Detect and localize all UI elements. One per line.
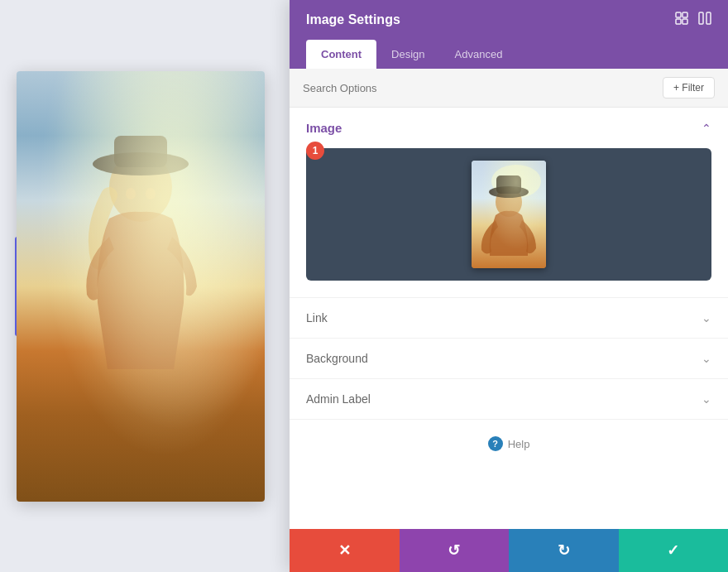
- undo-button[interactable]: ↺: [400, 529, 510, 572]
- section-image-title: Image: [306, 121, 342, 135]
- section-background: Background ⌄: [290, 339, 728, 379]
- thumbnail-svg: [472, 161, 546, 268]
- svg-point-12: [491, 165, 541, 198]
- panel-header: Image Settings: [290, 0, 728, 40]
- chevron-down-background-icon: ⌄: [702, 352, 711, 365]
- svg-point-13: [496, 187, 522, 217]
- image-thumbnail: [472, 161, 546, 268]
- image-section-content: 1: [290, 148, 728, 297]
- svg-rect-5: [676, 12, 681, 17]
- page-wrapper: Image Settings: [0, 0, 728, 572]
- section-link: Link ⌄: [290, 298, 728, 339]
- section-background-title: Background: [306, 352, 368, 365]
- redo-button[interactable]: ↻: [509, 529, 619, 572]
- cancel-button[interactable]: ✕: [290, 529, 400, 572]
- svg-point-3: [126, 188, 136, 199]
- section-link-header[interactable]: Link ⌄: [290, 298, 728, 338]
- svg-rect-15: [496, 175, 521, 194]
- help-icon[interactable]: ?: [488, 436, 503, 451]
- section-image: Image ⌃ 1: [290, 108, 728, 298]
- section-background-header[interactable]: Background ⌄: [290, 339, 728, 378]
- preview-area: [0, 0, 281, 572]
- svg-rect-6: [682, 12, 687, 17]
- help-label[interactable]: Help: [508, 438, 530, 450]
- tab-design[interactable]: Design: [376, 40, 439, 69]
- section-admin-label: Admin Label ⌄: [290, 379, 728, 420]
- panel-title: Image Settings: [306, 12, 400, 27]
- svg-point-0: [109, 152, 172, 222]
- svg-rect-8: [682, 19, 687, 24]
- svg-point-1: [93, 152, 189, 175]
- svg-rect-9: [699, 12, 703, 24]
- section-admin-label-header[interactable]: Admin Label ⌄: [290, 379, 728, 419]
- tabs-bar: Content Design Advanced: [290, 40, 728, 69]
- image-upload-area[interactable]: [306, 148, 711, 281]
- header-icons: [675, 12, 711, 28]
- search-input[interactable]: [303, 82, 656, 94]
- preview-image: [17, 71, 265, 502]
- svg-rect-11: [472, 161, 546, 268]
- step-badge: 1: [306, 142, 324, 160]
- expand-icon[interactable]: [675, 12, 688, 28]
- filter-button[interactable]: + Filter: [663, 77, 715, 99]
- chevron-down-admin-icon: ⌄: [702, 392, 711, 406]
- preview-image-container: [17, 71, 265, 502]
- search-bar: + Filter: [290, 69, 728, 108]
- section-link-title: Link: [306, 311, 328, 324]
- svg-rect-10: [706, 12, 711, 24]
- tab-advanced[interactable]: Advanced: [440, 40, 518, 69]
- section-admin-label-title: Admin Label: [306, 392, 371, 406]
- person-silhouette-svg: [66, 121, 215, 435]
- chevron-up-icon: ⌃: [702, 122, 711, 135]
- columns-icon[interactable]: [698, 12, 711, 28]
- svg-rect-2: [114, 136, 167, 167]
- save-button[interactable]: ✓: [619, 529, 729, 572]
- svg-rect-7: [676, 19, 681, 24]
- help-area: ? Help: [290, 420, 728, 468]
- settings-panel: Image Settings: [290, 0, 728, 572]
- chevron-down-link-icon: ⌄: [702, 311, 711, 324]
- svg-point-14: [489, 186, 529, 198]
- svg-point-4: [146, 188, 156, 199]
- action-bar: ✕ ↺ ↻ ✓: [290, 529, 728, 572]
- section-image-header[interactable]: Image ⌃: [290, 108, 728, 148]
- panel-content[interactable]: Image ⌃ 1: [290, 108, 728, 529]
- tab-content[interactable]: Content: [306, 40, 376, 69]
